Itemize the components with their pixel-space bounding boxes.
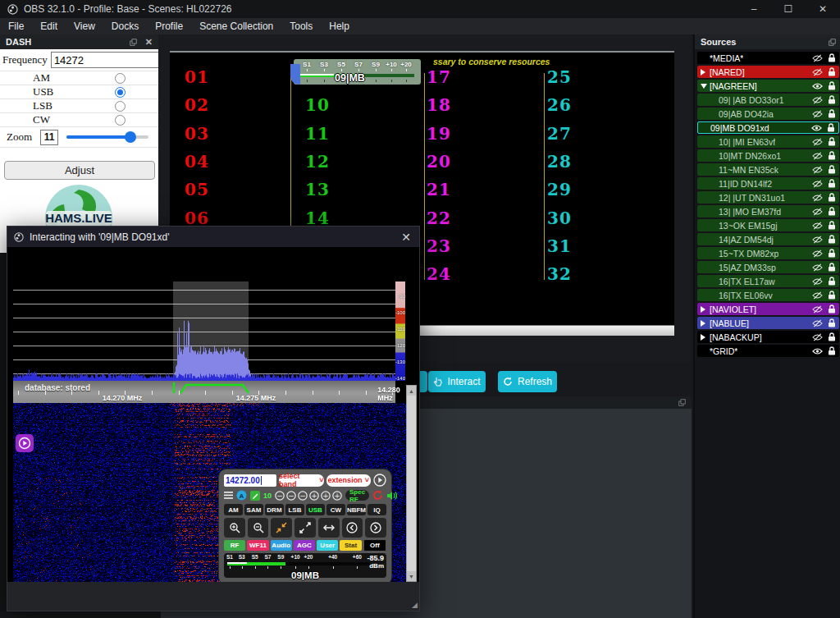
page-refresh-icon[interactable] <box>372 490 383 501</box>
scroll-down-icon[interactable]: ▼ <box>407 571 416 581</box>
edit-button[interactable] <box>250 491 260 501</box>
scroll-up-icon[interactable]: ▲ <box>407 386 416 396</box>
eye-slash-icon[interactable] <box>812 263 823 272</box>
sdr-frequency-scale[interactable]: database: stored 14.270 MHz14.275 MHz14.… <box>13 381 395 403</box>
source-item[interactable]: 16|TX EL17aw <box>697 275 839 287</box>
close-button[interactable]: ✕ <box>806 0 840 18</box>
chevron-right-icon[interactable] <box>701 320 707 327</box>
source-item[interactable]: 14|AZ DM54dj <box>697 233 839 245</box>
chevron-right-icon[interactable] <box>701 306 707 313</box>
autoscale-button[interactable]: A <box>236 490 247 501</box>
eye-slash-icon[interactable] <box>812 180 823 188</box>
lock-icon[interactable] <box>828 165 836 174</box>
sdr-tab-off[interactable]: Off <box>363 539 386 552</box>
eye-slash-icon[interactable] <box>812 166 823 174</box>
dash-popout-icon[interactable] <box>130 39 137 46</box>
source-item[interactable]: 09|MB DO91xd <box>697 121 839 134</box>
sdr-tab-rf[interactable]: RF <box>224 540 245 551</box>
eye-icon[interactable] <box>812 82 823 90</box>
mode-radio-lsb[interactable] <box>115 101 126 112</box>
sdr-spectrum[interactable] <box>13 282 395 381</box>
lock-icon[interactable] <box>828 277 836 286</box>
source-item[interactable]: 11|ID DN14lf2 <box>697 177 839 190</box>
menu-view[interactable]: View <box>66 18 103 34</box>
lock-icon[interactable] <box>828 95 836 104</box>
dialog-close-icon[interactable]: ✕ <box>401 231 411 244</box>
sdr-tab-stat[interactable]: Stat <box>340 540 361 551</box>
source-item[interactable]: *GRID* <box>697 345 839 357</box>
lock-icon[interactable] <box>828 291 836 300</box>
sdr-tab-wf11[interactable]: WF11 <box>247 540 268 551</box>
lock-icon[interactable] <box>828 304 836 314</box>
sdr-mode-drm[interactable]: DRM <box>265 504 284 515</box>
waterfall-scrollbar[interactable]: ▲ ▼ <box>406 385 417 582</box>
lock-icon[interactable] <box>828 81 836 90</box>
frequency-input[interactable] <box>51 52 171 68</box>
mode-radio-usb[interactable] <box>115 87 126 98</box>
eye-slash-icon[interactable] <box>812 194 823 202</box>
eye-slash-icon[interactable] <box>812 96 823 104</box>
chevron-right-icon[interactable] <box>701 334 707 341</box>
lock-icon[interactable] <box>828 137 836 146</box>
sdr-tab-user[interactable]: User <box>317 540 338 551</box>
sdr-mode-sam[interactable]: SAM <box>244 504 263 515</box>
source-item[interactable]: 15|AZ DM33sp <box>697 261 839 273</box>
menu-scene-collection[interactable]: Scene Collection <box>191 18 281 34</box>
source-item[interactable]: 13~OK EM15gj <box>697 219 839 231</box>
zoom-slider[interactable] <box>66 131 148 143</box>
source-item[interactable]: 10| |MI EN63vf <box>697 135 839 148</box>
lock-icon[interactable] <box>828 263 836 272</box>
zoom-in-icon[interactable]: + <box>321 491 331 501</box>
menu-edit[interactable]: Edit <box>32 18 66 34</box>
eye-slash-icon[interactable] <box>812 152 823 160</box>
eye-slash-icon[interactable] <box>812 222 823 230</box>
zoom-out-icon[interactable]: − <box>286 491 296 501</box>
eye-slash-icon[interactable] <box>812 277 823 286</box>
menu-profile[interactable]: Profile <box>147 18 191 34</box>
empty-dock-popout-icon[interactable] <box>678 399 686 406</box>
source-item[interactable]: [NAGREEN] <box>697 80 839 92</box>
eye-icon[interactable] <box>811 124 822 132</box>
source-item[interactable]: 13| |MO EM37fd <box>697 205 839 217</box>
lock-icon[interactable] <box>828 221 836 230</box>
minimize-button[interactable]: – <box>737 0 771 18</box>
lock-icon[interactable] <box>828 151 836 160</box>
lock-icon[interactable] <box>828 332 836 341</box>
menu-tools[interactable]: Tools <box>281 18 321 34</box>
dash-dock-header[interactable]: DASH ✕ <box>0 34 158 49</box>
lock-icon[interactable] <box>828 346 836 355</box>
eye-slash-icon[interactable] <box>812 138 823 146</box>
sdr-mode-cw[interactable]: CW <box>326 504 345 515</box>
eye-slash-icon[interactable] <box>812 208 823 216</box>
menu-file[interactable]: File <box>0 18 32 34</box>
eye-slash-icon[interactable] <box>812 68 823 76</box>
lock-icon[interactable] <box>828 179 836 188</box>
sdr-mode-usb[interactable]: USB <box>306 504 325 515</box>
zoom-to-band[interactable] <box>271 518 292 538</box>
zoom-in-icon[interactable]: + <box>332 491 342 501</box>
spec-rf-button[interactable]: Spec RF <box>345 490 369 501</box>
sdr-mode-nbfm[interactable]: NBFM <box>347 504 366 515</box>
pan-widest[interactable] <box>318 518 340 538</box>
source-item[interactable]: 15~TX DM82xp <box>697 247 839 259</box>
lock-icon[interactable] <box>828 193 836 202</box>
source-item[interactable]: 16|TX EL06vv <box>697 289 839 301</box>
band-select[interactable]: select band˅ <box>279 474 324 487</box>
zoom-out-max[interactable] <box>294 518 316 538</box>
eye-slash-icon[interactable] <box>812 249 823 258</box>
chevron-right-icon[interactable] <box>701 69 707 76</box>
source-item[interactable]: *MEDIA* <box>697 52 839 64</box>
sdr-mode-iq[interactable]: IQ <box>368 504 386 515</box>
zoom-out-icon[interactable]: − <box>298 491 308 501</box>
extension-select[interactable]: extension˅ <box>326 474 372 487</box>
source-item[interactable]: 12| |UT DN31uo1 <box>697 191 839 204</box>
menu-docks[interactable]: Docks <box>103 18 147 34</box>
eye-slash-icon[interactable] <box>812 333 823 341</box>
resize-grip[interactable]: ◢ <box>412 601 418 609</box>
lock-icon[interactable] <box>828 67 836 76</box>
interact-button[interactable]: Interact <box>428 371 486 392</box>
eye-slash-icon[interactable] <box>812 319 823 327</box>
sdr-tab-agc[interactable]: AGC <box>294 540 315 551</box>
lock-icon[interactable] <box>828 249 836 258</box>
eye-slash-icon[interactable] <box>812 291 823 300</box>
